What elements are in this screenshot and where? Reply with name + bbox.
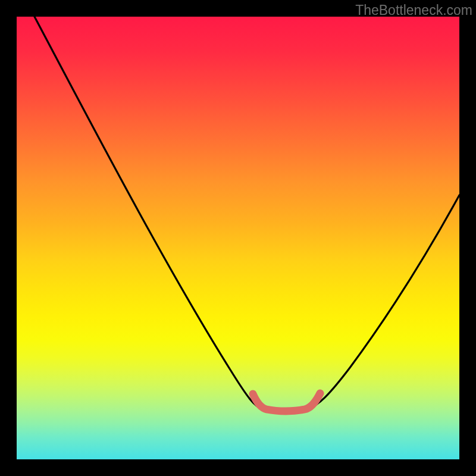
watermark-text: TheBottleneck.com <box>355 2 472 18</box>
plot-area <box>17 17 459 459</box>
sweet-spot-highlight <box>253 393 320 411</box>
bottleneck-curve <box>17 17 459 459</box>
curve-left-branch <box>35 17 262 408</box>
chart-frame: TheBottleneck.com <box>0 0 476 476</box>
curve-right-branch <box>308 195 459 408</box>
